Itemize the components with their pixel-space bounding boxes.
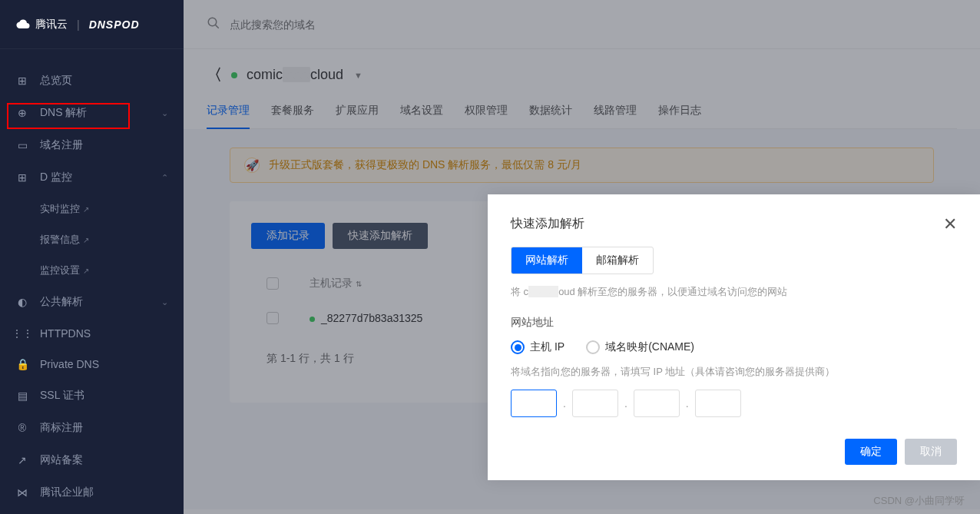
address-type-radio-group: 主机 IP 域名映射(CNAME) xyxy=(511,340,957,354)
radio-checked-icon xyxy=(511,340,525,354)
registered-icon: ® xyxy=(15,422,29,434)
ip-hint: 将域名指向您的服务器，请填写 IP 地址（具体请咨询您的服务器提供商） xyxy=(511,365,957,379)
ip-separator: . xyxy=(623,397,629,410)
ip-separator: . xyxy=(684,397,690,410)
nav-monitor-settings[interactable]: 监控设置↗ xyxy=(40,255,184,286)
dnspod-logo[interactable]: DNSPOD xyxy=(89,18,140,31)
chevron-up-icon: ⌃ xyxy=(161,173,168,183)
nav-realtime[interactable]: 实时监控↗ xyxy=(40,194,184,224)
tabs: 记录管理 套餐服务 扩展应用 域名设置 权限管理 数据统计 线路管理 操作日志 xyxy=(207,98,957,129)
modal-description: 将 cxxxxxxoud 解析至您的服务器，以便通过域名访问您的网站 xyxy=(511,285,957,299)
external-icon: ↗ xyxy=(83,267,89,275)
field-address-label: 网站地址 xyxy=(511,316,957,330)
rocket-icon: 🚀 xyxy=(244,158,260,173)
search-input[interactable] xyxy=(230,18,957,31)
mail-icon: ⋈ xyxy=(15,486,29,499)
nav-domain-reg[interactable]: ▭域名注册 xyxy=(0,129,184,161)
nav-ssl[interactable]: ▤SSL 证书 xyxy=(0,380,184,412)
card-icon: ▭ xyxy=(15,139,29,151)
modal-tab-mail[interactable]: 邮箱解析 xyxy=(582,247,653,274)
ip-inputs: . . . xyxy=(511,390,957,417)
nav-beian[interactable]: ↗网站备案 xyxy=(0,444,184,476)
tab-plan[interactable]: 套餐服务 xyxy=(271,98,314,128)
nav-monitor-sub: 实时监控↗ 报警信息↗ 监控设置↗ xyxy=(0,194,184,286)
nav-private-dns[interactable]: 🔒Private DNS xyxy=(0,349,184,380)
nav-dns[interactable]: ⊕DNS 解析⌄ xyxy=(0,97,184,129)
cancel-button[interactable]: 取消 xyxy=(905,439,957,465)
domain-name: comicxxxxcloud xyxy=(247,67,343,83)
nav-mail[interactable]: ⋈腾讯企业邮 xyxy=(0,476,184,509)
cloud-icon xyxy=(15,19,31,30)
brand-text-1: 腾讯云 xyxy=(35,18,68,32)
page-header: 〈 comicxxxxcloud ▼ 记录管理 套餐服务 扩展应用 域名设置 权… xyxy=(184,49,980,129)
sort-icon: ⇅ xyxy=(356,280,362,288)
sidebar: 腾讯云 | DNSPOD ⊞总览页 ⊕DNS 解析⌄ ▭域名注册 ⊞D 监控⌃ … xyxy=(0,0,184,514)
ip-octet-3[interactable] xyxy=(634,390,680,417)
cert-icon: ▤ xyxy=(15,390,29,402)
breadcrumb: 〈 comicxxxxcloud ▼ xyxy=(207,65,957,85)
status-dot xyxy=(231,72,237,78)
chevron-down-icon: ⌄ xyxy=(161,108,168,118)
search-icon xyxy=(207,16,220,32)
ip-octet-1[interactable] xyxy=(511,390,557,417)
modal-title: 快速添加解析 xyxy=(511,216,584,232)
nav-alarm[interactable]: 报警信息↗ xyxy=(40,224,184,255)
nav-httpdns[interactable]: ⋮⋮HTTPDNS xyxy=(0,318,184,349)
chevron-down-icon: ⌄ xyxy=(161,297,168,307)
nav-monitor[interactable]: ⊞D 监控⌃ xyxy=(0,161,184,194)
ip-octet-4[interactable] xyxy=(695,390,741,417)
watermark: CSDN @小曲同学呀 xyxy=(873,494,965,508)
tab-extensions[interactable]: 扩展应用 xyxy=(336,98,379,128)
globe-icon: ⊕ xyxy=(15,107,29,119)
add-record-button[interactable]: 添加记录 xyxy=(251,223,325,249)
export-icon: ↗ xyxy=(15,454,29,466)
quick-add-modal: 快速添加解析 ✕ 网站解析 邮箱解析 将 cxxxxxxoud 解析至您的服务器… xyxy=(488,194,980,480)
column-host[interactable]: 主机记录⇅ xyxy=(310,277,362,290)
external-icon: ↗ xyxy=(83,236,89,244)
tencent-cloud-logo[interactable]: 腾讯云 xyxy=(15,18,68,32)
modal-header: 快速添加解析 ✕ xyxy=(511,216,957,233)
nav-overview[interactable]: ⊞总览页 xyxy=(0,65,184,97)
row-checkbox[interactable] xyxy=(267,312,279,324)
row-status-dot xyxy=(310,317,315,322)
sidebar-header: 腾讯云 | DNSPOD xyxy=(0,0,184,49)
radio-host-ip[interactable]: 主机 IP xyxy=(511,340,564,354)
row-host-value: _82277d7b83a31325 xyxy=(310,312,422,324)
tab-stats[interactable]: 数据统计 xyxy=(529,98,572,128)
radio-cname[interactable]: 域名映射(CNAME) xyxy=(586,340,694,354)
nav-public-dns[interactable]: ◐公共解析⌄ xyxy=(0,286,184,318)
tab-logs[interactable]: 操作日志 xyxy=(658,98,701,128)
tab-permissions[interactable]: 权限管理 xyxy=(465,98,508,128)
globe2-icon: ◐ xyxy=(15,296,29,308)
grid-icon: ⊞ xyxy=(15,75,29,87)
tab-routes[interactable]: 线路管理 xyxy=(594,98,637,128)
tab-records[interactable]: 记录管理 xyxy=(207,98,250,128)
logo-separator: | xyxy=(77,18,80,31)
close-button[interactable]: ✕ xyxy=(943,216,957,233)
banner-text: 升级正式版套餐，获得更极致的 DNS 解析服务，最低仅需 8 元/月 xyxy=(269,158,581,172)
nav-trademark[interactable]: ®商标注册 xyxy=(0,412,184,444)
upgrade-banner[interactable]: 🚀 升级正式版套餐，获得更极致的 DNS 解析服务，最低仅需 8 元/月 xyxy=(230,148,934,183)
modal-tab-web[interactable]: 网站解析 xyxy=(512,247,582,274)
quick-add-button[interactable]: 快速添加解析 xyxy=(333,223,428,249)
ip-separator: . xyxy=(561,397,568,410)
modal-footer: 确定 取消 xyxy=(511,439,957,465)
tab-domain-settings[interactable]: 域名设置 xyxy=(400,98,443,128)
radio-unchecked-icon xyxy=(586,340,600,354)
search-bar xyxy=(184,0,980,49)
dots-icon: ⋮⋮ xyxy=(15,327,29,340)
select-all-checkbox[interactable] xyxy=(267,277,279,290)
back-button[interactable]: 〈 xyxy=(207,65,222,85)
svg-point-0 xyxy=(208,18,217,26)
modal-tabs: 网站解析 邮箱解析 xyxy=(511,247,654,274)
domain-dropdown-icon[interactable]: ▼ xyxy=(354,71,363,80)
lock-icon: 🔒 xyxy=(15,358,29,370)
ip-octet-2[interactable] xyxy=(572,390,618,417)
monitor-icon: ⊞ xyxy=(15,171,29,184)
confirm-button[interactable]: 确定 xyxy=(845,439,897,465)
external-icon: ↗ xyxy=(83,205,89,214)
nav-list: ⊞总览页 ⊕DNS 解析⌄ ▭域名注册 ⊞D 监控⌃ 实时监控↗ 报警信息↗ 监… xyxy=(0,49,184,514)
